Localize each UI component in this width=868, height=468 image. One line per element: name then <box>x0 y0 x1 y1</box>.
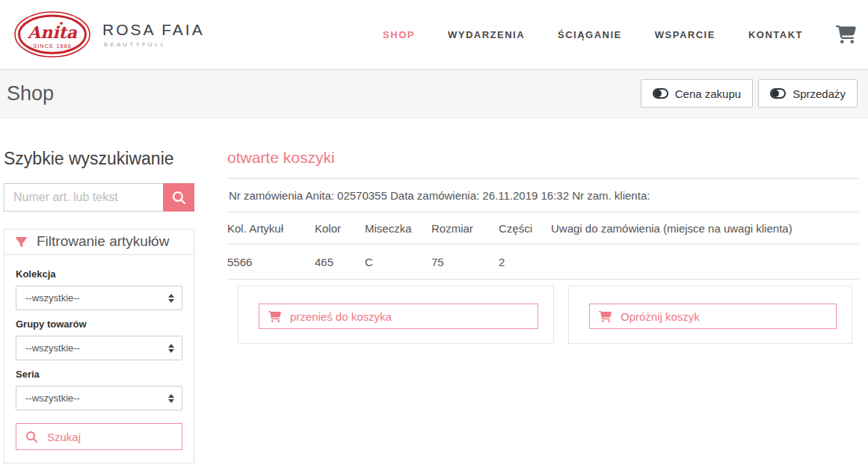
kolekcja-select[interactable]: --wszystkie-- <box>16 286 182 310</box>
col-header-rozmiar: Rozmiar <box>431 212 499 244</box>
order-info: Nr zamówienia Anita: 02570355 Data zamów… <box>227 179 858 212</box>
oproznij-koszyk-button[interactable]: Opróżnij koszyk <box>589 304 837 329</box>
table-header-row: Kol. Artykuł Kolor Miseczka Rozmiar Częś… <box>227 212 858 244</box>
col-header-kolor: Kolor <box>315 212 365 244</box>
select-spinner-icon <box>168 294 174 303</box>
rosa-faia-tagline: BEAUTYFULL <box>102 41 205 48</box>
col-header-artykul: Kol. Artykuł <box>227 212 315 244</box>
cart-button[interactable] <box>836 25 856 43</box>
col-header-czesci: Części <box>499 212 551 244</box>
logo-heart: ♥ <box>60 20 64 27</box>
quick-search-row <box>4 183 194 212</box>
main-navigation: SHOP WYDARZENIA ŚCIĄGANIE WSPARCIE KONTA… <box>383 25 856 43</box>
quick-search-input[interactable] <box>4 183 163 212</box>
sprzedazy-toggle-button[interactable]: Sprzedaży <box>758 79 858 108</box>
nav-item-sciaganie[interactable]: ŚCIĄGANIE <box>558 29 622 40</box>
quick-search-button[interactable] <box>163 183 194 212</box>
cena-zakupu-toggle-button[interactable]: Cena zakupu <box>641 79 753 108</box>
table-row: 5566 465 C 75 2 <box>227 244 858 280</box>
cell-artykul: 5566 <box>227 244 315 280</box>
select-spinner-icon <box>168 394 174 403</box>
nav-item-wydarzenia[interactable]: WYDARZENIA <box>448 29 525 40</box>
nav-item-kontakt[interactable]: KONTAKT <box>748 29 803 40</box>
toggle-icon <box>770 88 786 99</box>
basket-table: Kol. Artykuł Kolor Miseczka Rozmiar Częś… <box>227 212 858 280</box>
action-box: przenieś do koszyka <box>238 286 554 344</box>
cell-kolor: 465 <box>315 244 365 280</box>
basket-actions: przenieś do koszyka Opróżnij koszyk <box>227 286 858 344</box>
open-baskets-title: otwarte koszyki <box>227 149 858 167</box>
page-title-band: Shop Cena zakupu Sprzedaży <box>0 69 868 118</box>
nav-item-shop[interactable]: SHOP <box>383 29 415 40</box>
grupy-towarow-select-value: --wszystkie-- <box>25 342 80 354</box>
magnifier-icon <box>173 191 185 204</box>
szukaj-button-label: Szukaj <box>47 431 81 443</box>
filter-panel-header: Filtrowanie artykułów <box>4 230 194 255</box>
logo-text: Anita <box>27 22 78 42</box>
cart-icon <box>268 311 281 322</box>
przenies-label: przenieś do koszyka <box>290 310 392 323</box>
cell-miseczka: C <box>365 244 431 280</box>
select-spinner-icon <box>168 344 174 353</box>
anita-logo: Anita ♥ SINCE 1886 <box>13 10 91 58</box>
content-area: Szybkie wyszukiwanie Filtrowanie artykuł… <box>0 118 868 464</box>
page-title: Shop <box>7 82 54 105</box>
rosa-faia-block: ROSA FAIA BEAUTYFULL <box>102 21 205 48</box>
rosa-faia-name: ROSA FAIA <box>102 21 205 39</box>
cell-rozmiar: 75 <box>431 244 499 280</box>
seria-select-value: --wszystkie-- <box>25 392 80 404</box>
przenies-do-koszyka-button[interactable]: przenieś do koszyka <box>259 304 538 329</box>
szukaj-button[interactable]: Szukaj <box>16 423 182 450</box>
filter-panel: Filtrowanie artykułów Kolekcja --wszystk… <box>4 229 194 464</box>
cart-icon <box>599 311 612 322</box>
top-bar: Anita ♥ SINCE 1886 ROSA FAIA BEAUTYFULL … <box>0 0 868 69</box>
brand-block[interactable]: Anita ♥ SINCE 1886 ROSA FAIA BEAUTYFULL <box>13 10 205 58</box>
filter-panel-title: Filtrowanie artykułów <box>37 233 169 250</box>
oproznij-label: Opróżnij koszyk <box>621 310 700 323</box>
funnel-icon <box>16 236 27 247</box>
col-header-miseczka: Miseczka <box>365 212 431 244</box>
nav-item-wsparcie[interactable]: WSPARCIE <box>655 29 715 40</box>
col-header-uwagi: Uwagi do zamówienia (miejsce na uwagi kl… <box>551 212 858 244</box>
quick-search-title: Szybkie wyszukiwanie <box>4 149 194 169</box>
logo-subtext: SINCE 1886 <box>33 43 72 49</box>
filter-panel-body: Kolekcja --wszystkie-- Grupy towarów --w… <box>4 255 194 463</box>
cena-zakupu-label: Cena zakupu <box>675 87 741 100</box>
sidebar: Szybkie wyszukiwanie Filtrowanie artykuł… <box>4 149 194 464</box>
cell-uwagi <box>551 244 858 280</box>
seria-select[interactable]: --wszystkie-- <box>16 386 182 410</box>
shopping-cart-icon <box>836 25 856 43</box>
kolekcja-select-value: --wszystkie-- <box>25 292 80 304</box>
magnifier-icon <box>26 431 37 443</box>
cell-czesci: 2 <box>499 244 551 280</box>
toggle-icon <box>653 88 668 99</box>
sprzedazy-label: Sprzedaży <box>792 87 846 100</box>
grupy-towarow-select[interactable]: --wszystkie-- <box>16 336 182 360</box>
price-toggle-group: Cena zakupu Sprzedaży <box>641 79 858 108</box>
seria-label: Seria <box>16 369 182 380</box>
grupy-towarow-label: Grupy towarów <box>16 318 182 330</box>
main-panel: otwarte koszyki Nr zamówienia Anita: 025… <box>227 149 858 464</box>
kolekcja-label: Kolekcja <box>16 268 182 280</box>
action-box: Opróżnij koszyk <box>568 286 852 344</box>
